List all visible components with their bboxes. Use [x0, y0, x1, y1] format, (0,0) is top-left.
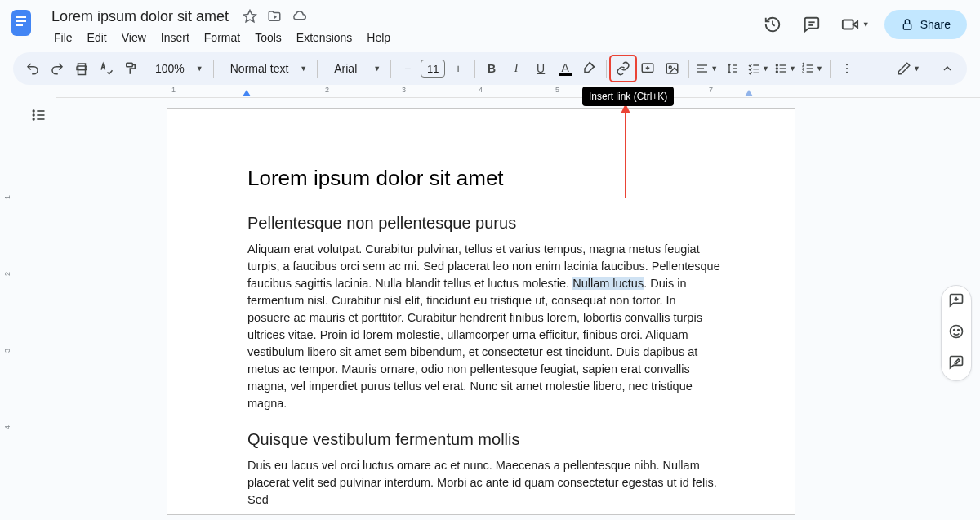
text-selection: Nullam luctus — [572, 277, 644, 290]
svg-point-39 — [846, 68, 848, 69]
svg-rect-1 — [16, 16, 26, 18]
separator — [606, 60, 607, 78]
print-button[interactable] — [70, 57, 93, 80]
font-size-decrease[interactable]: − — [396, 57, 419, 80]
italic-button[interactable]: I — [505, 57, 528, 80]
insert-image-button[interactable] — [661, 57, 684, 80]
side-actions-panel — [941, 285, 972, 381]
svg-point-49 — [951, 326, 963, 338]
vertical-ruler[interactable]: 1 2 3 4 — [0, 85, 20, 515]
chevron-down-icon: ▼ — [196, 64, 203, 73]
menu-tools[interactable]: Tools — [248, 28, 288, 47]
undo-button[interactable] — [21, 57, 44, 80]
svg-text:3: 3 — [802, 69, 804, 73]
annotation-arrow — [625, 104, 626, 198]
separator — [929, 60, 929, 78]
chevron-down-icon: ▼ — [862, 20, 870, 29]
chevron-down-icon: ▼ — [710, 64, 718, 73]
svg-rect-0 — [11, 10, 31, 36]
document-page[interactable]: Lorem ipsum dolor sit amet Pellentesque … — [167, 108, 795, 515]
hide-menus-button[interactable] — [936, 57, 959, 80]
numbered-list-button[interactable]: 123▼ — [800, 57, 825, 80]
chevron-down-icon: ▼ — [762, 64, 769, 73]
svg-point-51 — [958, 330, 960, 331]
share-label: Share — [920, 18, 951, 31]
styles-value: Normal text — [224, 62, 296, 75]
emoji-reaction-button[interactable] — [948, 323, 964, 343]
line-spacing-button[interactable] — [721, 57, 744, 80]
font-value: Arial — [327, 62, 368, 75]
history-icon[interactable] — [758, 10, 787, 39]
move-icon[interactable] — [265, 7, 283, 25]
doc-h1: Lorem ipsum dolor sit amet — [247, 166, 721, 191]
styles-selector[interactable]: Normal text ▼ — [219, 62, 313, 75]
chevron-down-icon: ▼ — [300, 64, 307, 73]
svg-point-40 — [846, 72, 848, 73]
menu-view[interactable]: View — [115, 28, 153, 47]
chevron-down-icon: ▼ — [373, 64, 381, 73]
highlight-color-button[interactable] — [578, 57, 601, 80]
menu-help[interactable]: Help — [360, 28, 397, 47]
editing-mode-button[interactable]: ▼ — [895, 57, 922, 80]
svg-point-38 — [846, 64, 848, 65]
star-icon[interactable] — [241, 7, 259, 25]
share-button[interactable]: Share — [884, 10, 967, 39]
add-comment-side-button[interactable] — [948, 292, 964, 312]
menu-edit[interactable]: Edit — [81, 28, 114, 47]
right-indent-marker[interactable] — [745, 90, 753, 96]
svg-rect-10 — [78, 70, 86, 75]
svg-point-26 — [776, 64, 777, 66]
font-size-increase[interactable]: + — [447, 57, 470, 80]
doc-h2: Quisque vestibulum fermentum mollis — [247, 430, 721, 449]
format-paint-button[interactable] — [119, 57, 142, 80]
separator — [390, 60, 391, 78]
bold-button[interactable]: B — [480, 57, 503, 80]
menubar: File Edit View Insert Format Tools Exten… — [47, 28, 397, 47]
font-selector[interactable]: Arial ▼ — [323, 62, 385, 75]
separator — [213, 60, 214, 78]
cloud-status-icon[interactable] — [290, 7, 308, 25]
separator — [317, 60, 318, 78]
toolbar: 100% ▼ Normal text ▼ Arial ▼ − + B I U A… — [13, 52, 967, 85]
doc-h2: Pellentesque non pellentesque purus — [247, 214, 721, 233]
spellcheck-button[interactable] — [95, 57, 118, 80]
svg-point-43 — [33, 118, 34, 120]
suggest-edits-button[interactable] — [948, 354, 964, 374]
comments-icon[interactable] — [797, 10, 826, 39]
left-indent-marker[interactable] — [243, 90, 251, 96]
doc-paragraph: Aliquam erat volutpat. Curabitur pulvina… — [247, 241, 721, 412]
menu-file[interactable]: File — [47, 28, 79, 47]
font-size-input[interactable] — [421, 60, 445, 78]
zoom-value: 100% — [149, 62, 191, 75]
text-color-button[interactable]: A — [554, 57, 577, 80]
insert-link-button[interactable] — [612, 57, 635, 80]
checklist-button[interactable]: ▼ — [746, 57, 771, 80]
menu-insert[interactable]: Insert — [154, 28, 196, 47]
separator — [474, 60, 475, 78]
redo-button[interactable] — [46, 57, 69, 80]
svg-point-27 — [776, 68, 777, 69]
chevron-down-icon: ▼ — [816, 64, 823, 73]
menu-format[interactable]: Format — [198, 28, 247, 47]
chevron-down-icon: ▼ — [913, 64, 920, 73]
underline-button[interactable]: U — [529, 57, 552, 80]
svg-rect-7 — [843, 20, 853, 29]
svg-rect-3 — [16, 24, 23, 26]
separator — [830, 60, 831, 78]
meet-button[interactable]: ▼ — [836, 12, 875, 37]
svg-marker-4 — [244, 11, 256, 22]
bulleted-list-button[interactable]: ▼ — [773, 57, 798, 80]
svg-rect-9 — [903, 24, 911, 29]
docs-logo[interactable] — [7, 7, 39, 39]
doc-paragraph: Duis eu lacus vel orci luctus ornare ac … — [247, 457, 721, 509]
zoom-selector[interactable]: 100% ▼ — [144, 62, 208, 75]
horizontal-ruler[interactable]: 1 2 3 4 5 6 7 — [56, 85, 980, 98]
separator — [688, 60, 689, 78]
menu-extensions[interactable]: Extensions — [290, 28, 359, 47]
svg-rect-11 — [127, 63, 133, 67]
align-button[interactable]: ▼ — [694, 57, 719, 80]
more-toolbar-button[interactable] — [835, 57, 858, 80]
outline-toggle-button[interactable] — [26, 103, 51, 127]
doc-title[interactable]: Lorem ipsum dolor sit amet — [46, 6, 234, 28]
add-comment-button[interactable] — [636, 57, 659, 80]
